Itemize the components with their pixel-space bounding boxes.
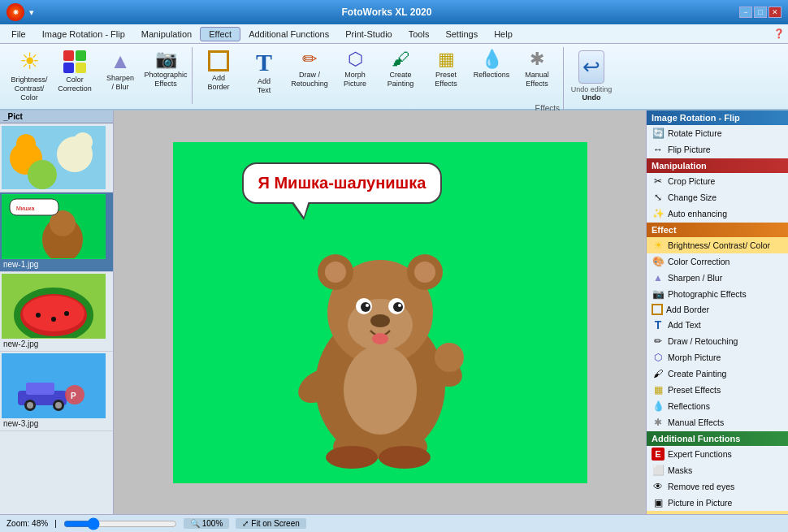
rpanel-header-rotation[interactable]: Image Rotation - Flip: [647, 110, 788, 125]
fit-label: Fit on Screen: [251, 519, 299, 528]
svg-point-5: [73, 132, 93, 152]
rpanel-text[interactable]: T Add Text: [647, 317, 788, 333]
menu-manipulation[interactable]: Manipulation: [133, 28, 200, 41]
rpanel-photo[interactable]: 📷 Photographic Effects: [647, 286, 788, 302]
r-photo-icon: 📷: [652, 288, 665, 301]
color-correction-icon: [63, 50, 86, 73]
sharpen-icon: ▲: [110, 50, 131, 71]
zoombar: Zoom: 48% | 🔍 100% ⤢ Fit on Screen: [0, 514, 788, 532]
size-label: Change Size: [668, 192, 717, 202]
rpanel-painting[interactable]: 🖌 Create Painting: [647, 365, 788, 382]
thumb-item-3[interactable]: new-2.jpg: [0, 272, 113, 352]
zoom-slider[interactable]: [63, 521, 177, 527]
rpanel-change-size[interactable]: ⤡ Change Size: [647, 189, 788, 205]
toolbar-brightness-label: Brightness/Contrast/Color: [11, 76, 47, 102]
titlebar: ❋ ▾ FotoWorks XL 2020 − □ ✕: [0, 0, 788, 24]
rpanel-morph[interactable]: ⬡ Morph Picture: [647, 349, 788, 365]
thumb-image-4: P: [2, 353, 106, 418]
menu-settings[interactable]: Settings: [437, 28, 486, 41]
svg-point-47: [326, 446, 378, 469]
rpanel-sharpen[interactable]: ▲ Sharpen / Blur: [647, 270, 788, 286]
menu-print[interactable]: Print-Studio: [337, 28, 400, 41]
rpanel-header-manipulation[interactable]: Manipulation: [647, 158, 788, 173]
toolbar-undo-btn[interactable]: ↩ Undo editing Undo: [567, 47, 616, 105]
toolbar-painting-label: CreatePainting: [388, 71, 414, 89]
toolbar-manual-btn[interactable]: ✱ ManualEffects: [514, 47, 560, 104]
menu-file[interactable]: File: [3, 28, 34, 41]
undo-label: Undo: [582, 93, 601, 102]
menu-image-rotation[interactable]: Image Rotation - Flip: [34, 28, 133, 41]
toolbar-preset-btn[interactable]: ▦ PresetEffects: [423, 47, 469, 104]
enhance-label: Auto enhancing: [668, 209, 727, 218]
rpanel-insert-cliparts[interactable]: 🖼 Insert Cliparts.....: [647, 511, 788, 514]
thumb-item-1[interactable]: [0, 123, 113, 192]
r-brightness-label: Brightness/ Contrast/ Color: [668, 240, 770, 250]
toolbar-brightness-btn[interactable]: ☀ Brightness/Contrast/Color: [6, 47, 52, 104]
thumb-label-2: new-1.jpg: [2, 259, 111, 270]
zoom-100-label: 100%: [202, 519, 223, 528]
toolbar-painting-btn[interactable]: 🖌 CreatePainting: [378, 47, 423, 104]
rpanel-pic-in-pic[interactable]: ▣ Picture in Picture: [647, 495, 788, 511]
thumb-item-4[interactable]: P new-3.jpg: [0, 352, 113, 431]
svg-point-15: [36, 313, 41, 318]
r-manual-label: Manual Effects: [668, 417, 724, 427]
rpanel-color-correction[interactable]: 🎨 Color Correction: [647, 253, 788, 270]
menu-effect[interactable]: Effect: [200, 27, 240, 41]
toolbar-photographic-btn[interactable]: 📷 PhotographicEffects: [143, 47, 188, 104]
toolbar-color-correction-btn[interactable]: ColorCorrection: [52, 47, 97, 104]
rpanel-rotate[interactable]: 🔄 Rotate Picture: [647, 125, 788, 141]
rpanel-border[interactable]: Add Border: [647, 302, 788, 317]
r-photo-label: Photographic Effects: [668, 289, 747, 299]
zoom-100-btn[interactable]: 🔍 100%: [184, 518, 230, 529]
thumb-item-2[interactable]: Мишка new-1.jpg: [0, 192, 113, 272]
help-icon[interactable]: ❓: [773, 28, 785, 39]
svg-point-17: [64, 311, 69, 316]
rpanel-expert[interactable]: E Expert Functions: [647, 446, 788, 462]
rpanel-draw[interactable]: ✏ Draw / Retouching: [647, 333, 788, 349]
crop-label: Crop Picture: [668, 176, 715, 186]
rpanel-brightness[interactable]: ☀ Brightness/ Contrast/ Color: [647, 237, 788, 253]
rpanel-crop[interactable]: ✂ Crop Picture: [647, 173, 788, 189]
bear-svg: [275, 199, 486, 475]
toolbar-add-text-btn[interactable]: T AddText: [241, 47, 287, 104]
rpanel-manual[interactable]: ✱ Manual Effects: [647, 414, 788, 430]
speech-bubble: Я Мишка-шалунишка: [242, 162, 443, 204]
rpanel-preset[interactable]: ▦ Preset Effects: [647, 382, 788, 398]
rpanel-flip[interactable]: ↔ Flip Picture: [647, 141, 788, 158]
menu-tools[interactable]: Tools: [400, 28, 438, 41]
r-reflect-label: Reflections: [668, 401, 710, 411]
rpanel-masks[interactable]: ⬜ Masks: [647, 462, 788, 478]
toolbar-sharpen-btn[interactable]: ▲ Sharpen/ Blur: [97, 47, 143, 104]
toolbar-morph-btn[interactable]: ⬡ MorphPicture: [332, 47, 378, 104]
draw-icon: ✏: [302, 50, 317, 68]
fit-screen-btn[interactable]: ⤢ Fit on Screen: [236, 518, 305, 529]
r-reflect-icon: 💧: [652, 400, 665, 413]
thumb-svg-1: [2, 126, 106, 189]
app-logo: ❋: [6, 3, 24, 21]
sun-icon: ☀: [19, 50, 40, 73]
rpanel-auto-enhance[interactable]: ✨ Auto enhancing: [647, 205, 788, 222]
toolbar-add-border-btn[interactable]: AddBorder: [196, 47, 241, 104]
toolbar-effects-row: AddBorder T AddText ✏ Draw /Retouching ⬡…: [196, 47, 560, 104]
minimize-button[interactable]: −: [739, 6, 752, 18]
menu-help[interactable]: Help: [486, 28, 521, 41]
rpanel-red-eye[interactable]: 👁 Remove red eyes: [647, 478, 788, 495]
toolbar-reflections-btn[interactable]: 💧 Reflections: [469, 47, 514, 104]
svg-point-32: [414, 262, 435, 283]
camera-icon: 📷: [155, 50, 177, 68]
r-morph-label: Morph Picture: [668, 353, 721, 362]
svg-point-38: [366, 304, 369, 307]
rpanel-header-additional[interactable]: Additional Functions: [647, 431, 788, 446]
toolbar-group-undo: ↩ Undo editing Undo: [564, 47, 619, 105]
thumb-image-2: Мишка: [2, 194, 106, 259]
rpanel-header-effect[interactable]: Effect: [647, 223, 788, 237]
expert-label: Expert Functions: [668, 449, 732, 459]
maximize-button[interactable]: □: [754, 6, 767, 18]
close-button[interactable]: ✕: [769, 6, 782, 18]
r-color-label: Color Correction: [668, 257, 730, 266]
toolbar-manual-label: ManualEffects: [525, 71, 549, 89]
menu-additional[interactable]: Additional Functions: [240, 28, 337, 41]
r-manual-icon: ✱: [652, 416, 665, 429]
toolbar-draw-btn[interactable]: ✏ Draw /Retouching: [287, 47, 332, 104]
rpanel-reflections[interactable]: 💧 Reflections: [647, 398, 788, 414]
